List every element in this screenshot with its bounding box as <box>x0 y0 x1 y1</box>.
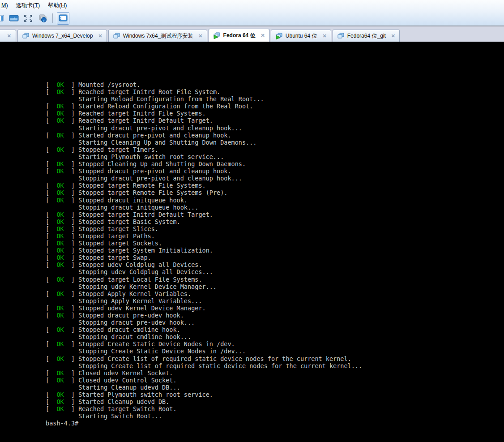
console-line: [ OK ] Stopped Apply Kernel Variables. <box>46 290 504 297</box>
ok-status-badge: OK <box>56 189 64 196</box>
menu-item-partial[interactable]: M) <box>0 0 12 10</box>
ok-status-badge: OK <box>56 377 64 384</box>
console-line: [ OK ] Stopped target Swap. <box>46 254 504 261</box>
ok-status-badge: OK <box>56 146 64 153</box>
ok-status-badge: OK <box>56 103 64 110</box>
console-line: [ OK ] Stopped dracut pre-pivot and clea… <box>46 167 504 175</box>
console-line: Stopping udev Coldplug all Devices... <box>46 268 504 275</box>
console-line: [ OK ] Started dracut pre-pivot and clea… <box>46 132 504 139</box>
ok-status-badge: OK <box>56 81 64 88</box>
ok-status-badge: OK <box>56 132 64 139</box>
vmware-window: M)选项卡(T)帮助(H) i ✕Windows 7_x64_Develop✕W… <box>0 0 504 442</box>
console-line: Stopping dracut pre-udev hook... <box>46 319 504 326</box>
ok-status-badge: OK <box>56 218 64 225</box>
ok-status-badge: OK <box>56 240 64 247</box>
console-view-icon[interactable] <box>57 12 69 25</box>
console-line: [ OK ] Reached target Initrd Default Tar… <box>46 117 504 124</box>
console-line: [ OK ] Started Plymouth switch root serv… <box>46 391 504 398</box>
fullscreen-icon[interactable] <box>22 13 34 24</box>
console-line: Starting Plymouth switch root service... <box>46 153 504 160</box>
console-line: [ OK ] Stopped target Local File Systems… <box>46 276 504 283</box>
console-line: [ OK ] Reached target Switch Root. <box>46 405 504 412</box>
vm-tab-label: Windows 7_x64_Develop <box>32 33 93 39</box>
console-line: Stopping dracut pre-pivot and cleanup ho… <box>46 175 504 182</box>
ok-status-badge: OK <box>56 225 64 232</box>
menu-bar: M)选项卡(T)帮助(H) <box>0 0 504 11</box>
vm-tab-partial[interactable]: ✕ <box>0 30 16 42</box>
ok-status-badge: OK <box>56 305 64 312</box>
vm-tab-bar: ✕Windows 7_x64_Develop✕Windows 7x64_测试程序… <box>0 26 504 42</box>
tab-close-icon[interactable]: ✕ <box>7 33 11 39</box>
ok-status-badge: OK <box>56 117 64 124</box>
ok-status-badge: OK <box>56 211 64 218</box>
console-line: Stopping dracut cmdline hook... <box>46 333 504 340</box>
ok-status-badge: OK <box>56 182 64 189</box>
console-line: Starting Cleanup udevd DB... <box>46 384 504 391</box>
console-line: [ OK ] Stopped target Sockets. <box>46 240 504 247</box>
console-line: [ OK ] Stopped Create list of required s… <box>46 355 504 362</box>
partial-snapshot-icon[interactable] <box>0 13 5 24</box>
vm-tab-Windows 7x64_测试程序安装[interactable]: Windows 7x64_测试程序安装✕ <box>108 30 207 42</box>
vm-tab-Fedora64 位_git[interactable]: Fedora64 位_git✕ <box>333 30 400 42</box>
ok-status-badge: OK <box>56 391 64 398</box>
vm-poweredoff-icon <box>22 33 30 39</box>
console-line: [ OK ] Closed udev Kernel Socket. <box>46 369 504 377</box>
vm-tab-Windows 7_x64_Develop[interactable]: Windows 7_x64_Develop✕ <box>17 30 107 42</box>
console-line: [ OK ] Stopped udev Kernel Device Manage… <box>46 305 504 312</box>
ok-status-badge: OK <box>56 312 64 319</box>
show-summary-info-icon[interactable]: i <box>37 13 48 24</box>
console-line: [ OK ] Stopped target Paths. <box>46 232 504 240</box>
tab-close-icon[interactable]: ✕ <box>98 33 102 39</box>
console-line: [ OK ] Stopped target System Initializat… <box>46 247 504 254</box>
console-line: [ OK ] Started Reload Configuration from… <box>46 103 504 110</box>
console-line: Stopping Apply Kernel Variables... <box>46 297 504 305</box>
ok-status-badge: OK <box>56 340 64 348</box>
vm-tab-label: Fedora64 位_git <box>347 32 386 40</box>
console-line: Starting Reload Configuration from the R… <box>46 95 504 103</box>
ok-status-badge: OK <box>56 247 64 254</box>
console-line: [ OK ] Stopped target Initrd Default Tar… <box>46 211 504 218</box>
ok-status-badge: OK <box>56 405 64 412</box>
tab-close-icon[interactable]: ✕ <box>198 33 202 39</box>
console-line: Stopping Create list of required static … <box>46 362 504 369</box>
ok-status-badge: OK <box>56 261 64 268</box>
vm-tab-label: Ubuntu 64 位 <box>286 32 317 40</box>
console-line: [ OK ] Stopped Cleaning Up and Shutting … <box>46 160 504 167</box>
console-line: [ OK ] Closed udev Control Socket. <box>46 377 504 384</box>
tab-close-icon[interactable]: ✕ <box>261 33 265 39</box>
vm-poweredoff-icon <box>337 33 345 39</box>
console-line: [ OK ] Stopped dracut pre-udev hook. <box>46 312 504 319</box>
toolbar-separator <box>52 13 53 23</box>
ok-status-badge: OK <box>56 197 64 204</box>
vm-poweredoff-icon <box>113 33 120 39</box>
vm-tab-Ubuntu 64 位[interactable]: Ubuntu 64 位✕ <box>271 30 331 42</box>
console-line: [ OK ] Stopped Create Static Device Node… <box>46 340 504 348</box>
vm-console-screen[interactable]: [ OK ] Mounted /sysroot.[ OK ] Reached t… <box>0 42 504 442</box>
vm-running-icon <box>275 33 283 39</box>
console-line: [ OK ] Mounted /sysroot. <box>46 81 504 88</box>
ok-status-badge: OK <box>56 160 64 167</box>
vm-tab-Fedora 64 位[interactable]: Fedora 64 位✕ <box>209 29 269 42</box>
show-unity-icon[interactable] <box>8 13 20 24</box>
console-line: Stopping udev Kernel Device Manager... <box>46 283 504 290</box>
vm-running-icon <box>213 32 221 39</box>
menu-item-0[interactable]: 选项卡(T) <box>12 0 44 11</box>
toolbar: i <box>0 11 504 26</box>
ok-status-badge: OK <box>56 398 64 405</box>
ok-status-badge: OK <box>56 290 64 297</box>
menu-item-1[interactable]: 帮助(H) <box>44 0 71 11</box>
ok-status-badge: OK <box>56 369 64 377</box>
console-line: [ OK ] Stopped target Slices. <box>46 225 504 232</box>
tab-close-icon[interactable]: ✕ <box>323 33 327 39</box>
ok-status-badge: OK <box>56 167 64 175</box>
ok-status-badge: OK <box>56 110 64 117</box>
console-line: [ OK ] Stopped target Basic System. <box>46 218 504 225</box>
vm-tab-label: Windows 7x64_测试程序安装 <box>123 32 193 40</box>
tab-close-icon[interactable]: ✕ <box>391 33 395 39</box>
ok-status-badge: OK <box>56 232 64 240</box>
vm-tab-label: Fedora 64 位 <box>223 32 256 39</box>
console-line: [ OK ] Reached target Initrd Root File S… <box>46 88 504 95</box>
console-line: Starting dracut pre-pivot and cleanup ho… <box>46 124 504 132</box>
ok-status-badge: OK <box>56 88 64 95</box>
console-line: [ OK ] Started Cleanup udevd DB. <box>46 398 504 405</box>
